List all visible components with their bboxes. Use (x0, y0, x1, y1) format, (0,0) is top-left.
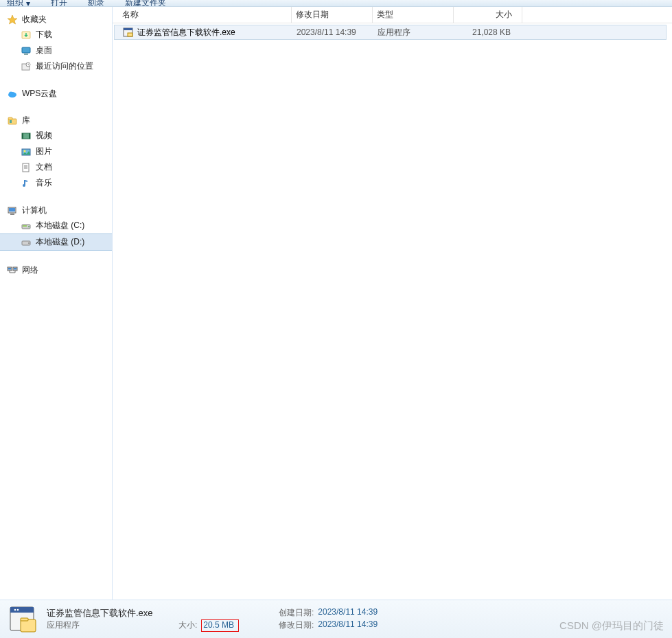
toolbar-new-folder[interactable]: 新建文件夹 (125, 0, 166, 7)
library-icon (7, 115, 18, 126)
svg-rect-35 (21, 619, 36, 632)
svg-rect-3 (24, 54, 28, 55)
details-created-label: 创建日期: (279, 607, 314, 619)
file-type: 应用程序 (373, 27, 454, 38)
document-icon (21, 162, 32, 173)
sidebar-item-drive-d[interactable]: 本地磁盘 (D:) (0, 233, 112, 251)
column-name[interactable]: 名称 (113, 7, 292, 23)
sidebar-item-label: 本地磁盘 (C:) (36, 220, 84, 231)
sidebar-libraries-label: 库 (22, 115, 30, 126)
sidebar-item-label: 本地磁盘 (D:) (36, 236, 84, 248)
svg-point-15 (24, 150, 26, 152)
file-list: 证券监管信息下载软件.exe 2023/8/11 14:39 应用程序 21,0… (113, 23, 672, 600)
svg-rect-29 (14, 268, 16, 270)
sidebar-item-label: 最近访问的位置 (36, 60, 93, 72)
sidebar-item-label: 视频 (36, 130, 52, 141)
column-type[interactable]: 类型 (373, 7, 454, 23)
svg-rect-9 (8, 117, 12, 119)
details-modified: 修改日期: 2023/8/11 14:39 (279, 619, 498, 632)
file-name: 证券监管信息下载软件.exe (137, 27, 235, 38)
watermark: CSDN @伊玛目的门徒 (559, 619, 664, 633)
file-row[interactable]: 证券监管信息下载软件.exe 2023/8/11 14:39 应用程序 21,0… (114, 25, 667, 40)
details-created: 创建日期: 2023/8/11 14:39 (279, 607, 498, 619)
sidebar-item-videos[interactable]: 视频 (0, 128, 112, 144)
svg-point-25 (28, 242, 30, 244)
toolbar-open[interactable]: 打开 (51, 0, 67, 7)
svg-rect-12 (22, 133, 23, 139)
sidebar-item-music[interactable]: 音乐 (0, 175, 112, 191)
svg-rect-32 (128, 33, 132, 36)
sidebar-network-label: 网络 (22, 264, 38, 276)
sidebar-item-label: 下载 (36, 29, 52, 41)
svg-rect-34 (10, 607, 34, 613)
file-date: 2023/8/11 14:39 (292, 27, 373, 37)
toolbar: 组织 ▾ 打开 刻录 新建文件夹 (0, 0, 672, 7)
svg-marker-0 (8, 15, 17, 24)
svg-point-38 (17, 608, 19, 611)
drive-icon (21, 237, 32, 248)
svg-point-23 (28, 226, 30, 227)
sidebar-wps-label: WPS云盘 (22, 88, 57, 100)
sidebar-item-pictures[interactable]: 图片 (0, 144, 112, 159)
svg-rect-28 (8, 268, 11, 270)
recent-icon (21, 61, 32, 72)
sidebar-item-label: 文档 (36, 161, 52, 173)
svg-rect-20 (10, 214, 14, 215)
sidebar-item-label: 桌面 (36, 45, 52, 56)
sidebar-computer[interactable]: 计算机 (0, 203, 112, 218)
svg-rect-22 (23, 225, 27, 227)
toolbar-organize[interactable]: 组织 ▾ (7, 0, 30, 7)
details-size-value: 20.5 MB (201, 619, 239, 632)
sidebar-network[interactable]: 网络 (0, 263, 112, 277)
details-pane: 证券监管信息下载软件.exe 修改日期: 2023/8/11 14:39 创建日… (0, 600, 672, 638)
desktop-icon (21, 45, 32, 56)
drive-icon (21, 220, 32, 231)
sidebar-favorites-label: 收藏夹 (22, 14, 47, 25)
main-area: 收藏夹 下载 桌面 最近访问的位置 WPS云盘 (0, 7, 672, 600)
details-size: 大小: 20.5 MB (178, 619, 239, 632)
svg-rect-19 (9, 208, 15, 212)
details-size-label: 大小: (178, 619, 197, 632)
file-size: 21,028 KB (454, 27, 520, 37)
details-modified-value: 2023/8/11 14:39 (318, 619, 378, 632)
details-modified-label: 修改日期: (279, 619, 314, 632)
sidebar-item-documents[interactable]: 文档 (0, 159, 112, 175)
details-file-icon (7, 604, 40, 635)
svg-rect-36 (21, 618, 28, 621)
column-headers: 名称 修改日期 类型 大小 (113, 7, 672, 23)
sidebar-item-downloads[interactable]: 下载 (0, 27, 112, 43)
network-icon (7, 265, 18, 276)
sidebar-item-label: 音乐 (36, 177, 52, 189)
sidebar-item-drive-c[interactable]: 本地磁盘 (C:) (0, 218, 112, 233)
exe-icon (123, 27, 134, 38)
details-filename: 证券监管信息下载软件.exe (47, 607, 266, 619)
svg-point-17 (23, 184, 25, 187)
sidebar-item-recent[interactable]: 最近访问的位置 (0, 58, 112, 74)
cloud-icon (7, 89, 18, 100)
sidebar-wps[interactable]: WPS云盘 (0, 87, 112, 101)
svg-rect-10 (10, 120, 12, 123)
svg-rect-31 (124, 28, 132, 30)
svg-point-37 (14, 608, 16, 611)
toolbar-burn[interactable]: 刻录 (88, 0, 104, 7)
svg-point-7 (9, 91, 13, 95)
file-pane: 名称 修改日期 类型 大小 证券监管信息下载软件.exe 2023/8/11 1… (113, 7, 672, 600)
sidebar-computer-label: 计算机 (22, 205, 47, 216)
sidebar-favorites[interactable]: 收藏夹 (0, 12, 112, 27)
details-created-value: 2023/8/11 14:39 (318, 607, 378, 619)
star-icon (7, 14, 18, 25)
sidebar-item-label: 图片 (36, 146, 52, 157)
column-size[interactable]: 大小 (454, 7, 522, 23)
download-icon (21, 30, 32, 41)
video-icon (21, 130, 32, 141)
sidebar: 收藏夹 下载 桌面 最近访问的位置 WPS云盘 (0, 7, 113, 600)
svg-rect-2 (22, 47, 30, 53)
sidebar-libraries[interactable]: 库 (0, 113, 112, 128)
music-icon (21, 178, 32, 189)
column-date[interactable]: 修改日期 (292, 7, 373, 23)
picture-icon (21, 146, 32, 157)
sidebar-item-desktop[interactable]: 桌面 (0, 43, 112, 58)
svg-rect-16 (23, 163, 29, 172)
svg-rect-13 (29, 133, 30, 139)
computer-icon (7, 205, 18, 216)
